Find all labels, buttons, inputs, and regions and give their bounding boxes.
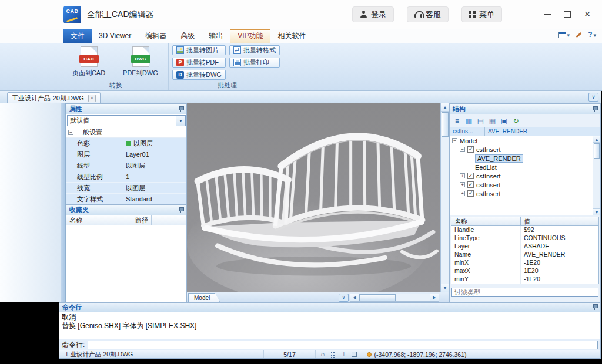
3d-canvas[interactable] — [187, 103, 440, 292]
command-input[interactable] — [88, 341, 598, 349]
checkbox-checked-icon[interactable] — [467, 146, 474, 153]
scrollbar-thumb[interactable] — [442, 112, 449, 137]
tree-item-model[interactable]: Model — [450, 136, 600, 145]
tree-item-eedlist[interactable]: EedList — [450, 163, 600, 171]
pdf-to-dwg-button[interactable]: DWG PDF到DWG — [119, 45, 162, 77]
details-view-icon[interactable]: ▤ — [476, 116, 486, 126]
property-row[interactable]: 色彩 以图层 — [66, 138, 186, 149]
tab-advanced[interactable]: 高级 — [173, 29, 202, 43]
property-category-row[interactable]: 一般设置 — [66, 127, 186, 138]
scrollbar-thumb[interactable] — [594, 143, 600, 159]
checkbox-checked-icon[interactable] — [467, 181, 474, 188]
help-button[interactable] — [588, 31, 596, 39]
model-layout-tab[interactable]: Model — [188, 293, 220, 302]
collapse-minus-icon[interactable] — [452, 138, 457, 143]
batch-print-button[interactable]: 批量打印 — [229, 58, 280, 68]
table-row[interactable]: maxX 1E20 — [452, 267, 598, 275]
statusbar-coordinates: (-3407.968; -1897.196; 2746.361) — [362, 350, 471, 358]
property-row[interactable]: 文字样式 Standard — [66, 194, 186, 205]
scrollbar-thumb[interactable] — [359, 294, 396, 301]
close-button[interactable] — [577, 5, 597, 23]
interface-style-button[interactable] — [558, 31, 570, 38]
save-icon[interactable]: ▣ — [499, 116, 509, 126]
tab-vip[interactable]: VIP功能 — [230, 29, 270, 43]
collapse-minus-icon[interactable] — [68, 130, 73, 135]
collapse-minus-icon[interactable] — [460, 147, 465, 152]
scroll-up-icon[interactable]: ▲ — [593, 136, 600, 143]
structure-panel-header: 结构 — [450, 104, 600, 114]
table-row[interactable]: LineType CONTINUOUS — [452, 234, 598, 242]
favorites-list[interactable] — [66, 225, 186, 302]
minimize-button[interactable] — [537, 5, 557, 23]
batch-convert-format-button[interactable]: 批量转格式 — [229, 45, 280, 55]
command-input-row: 命令行: — [59, 339, 600, 350]
batch-to-dwg-button[interactable]: 批量转DWG — [172, 70, 226, 80]
statusbar-mode-toggles: ∩ ⊥ — [316, 350, 362, 358]
filter-type-input[interactable] — [452, 288, 598, 297]
tree-item-cstinsert[interactable]: cstInsert — [450, 171, 600, 180]
support-button[interactable]: 客服 — [407, 6, 449, 22]
document-tab[interactable]: 工业设计产品-20期.DWG — [7, 92, 101, 103]
theme-button[interactable] — [576, 34, 582, 36]
tree-item-ave-render[interactable]: AVE_RENDER — [450, 154, 600, 163]
pin-icon[interactable] — [592, 304, 598, 310]
grid-view-icon[interactable]: ▦ — [487, 116, 497, 126]
scroll-right-icon[interactable]: ▶ — [430, 294, 439, 301]
tree-item-cstinsert[interactable]: cstInsert — [450, 189, 600, 198]
tree-item-cstinsert[interactable]: cstInsert — [450, 145, 600, 154]
collapse-panel-button[interactable] — [588, 93, 598, 102]
pin-icon[interactable] — [178, 106, 184, 112]
dyn-mode-icon[interactable] — [352, 352, 357, 357]
tab-editor[interactable]: 编辑器 — [138, 29, 173, 43]
dock-splitter[interactable] — [61, 103, 66, 302]
dropdown-arrow-icon[interactable] — [176, 116, 185, 126]
grid-dots-icon[interactable] — [330, 351, 336, 358]
table-row[interactable]: Name AVE_RENDER — [452, 251, 598, 259]
scroll-down-icon[interactable]: ▼ — [593, 208, 600, 215]
tree-item-cstinsert[interactable]: cstInsert — [450, 180, 600, 189]
table-row[interactable]: minY -1E20 — [452, 275, 598, 284]
scroll-up-icon[interactable]: ▲ — [441, 103, 449, 112]
tab-output[interactable]: 输出 — [202, 29, 230, 43]
tab-file[interactable]: 文件 — [63, 29, 92, 43]
ortho-icon[interactable]: ⊥ — [341, 351, 347, 358]
menu-button[interactable]: 菜单 — [461, 6, 502, 22]
checkbox-checked-icon[interactable] — [467, 173, 474, 179]
scroll-down-icon[interactable]: ▼ — [441, 284, 449, 292]
expand-plus-icon[interactable] — [460, 191, 465, 196]
tree-scrollbar[interactable]: ▲ ▼ — [593, 136, 600, 215]
color-swatch — [126, 141, 131, 146]
batch-to-pdf-button[interactable]: 批量转PDF — [172, 58, 226, 68]
batch-to-image-button[interactable]: 批量转图片 — [172, 45, 226, 55]
property-row[interactable]: 线宽 以图层 — [66, 183, 186, 194]
column-name[interactable]: 名称 — [66, 215, 132, 225]
maximize-button[interactable] — [557, 5, 577, 23]
table-row[interactable]: Handle $92 — [452, 226, 598, 234]
expand-plus-icon[interactable] — [460, 173, 465, 178]
page-to-cad-button[interactable]: CAD 页面到CAD — [67, 45, 111, 77]
tab-3d-viewer[interactable]: 3D Viewer — [92, 29, 138, 43]
pin-icon[interactable] — [178, 207, 184, 213]
osnap-icon[interactable]: ∩ — [320, 351, 325, 358]
property-row[interactable]: 图层 Layer01 — [66, 149, 186, 160]
list-view-icon[interactable]: ≡ — [452, 116, 462, 126]
tab-close-icon[interactable] — [88, 95, 96, 102]
property-row[interactable]: 线型比例 1 — [66, 171, 186, 183]
column-view-icon[interactable]: ▥ — [464, 116, 474, 126]
scroll-left-icon[interactable]: ◀ — [350, 294, 359, 301]
viewport-vertical-scrollbar[interactable]: ▲ ▼ — [440, 103, 449, 292]
login-button[interactable]: 登录 — [352, 6, 394, 22]
table-row[interactable]: Layer ASHADE — [452, 242, 598, 251]
expand-plus-icon[interactable] — [460, 182, 465, 187]
column-path[interactable]: 路径 — [132, 215, 152, 225]
tab-related-software[interactable]: 相关软件 — [270, 29, 313, 43]
table-row[interactable]: minX -1E20 — [452, 259, 598, 267]
preset-dropdown[interactable]: 默认值 — [67, 115, 186, 126]
pin-icon[interactable] — [592, 106, 598, 112]
property-row[interactable]: 线型 以图层 — [66, 160, 186, 171]
collapse-commandbar-button[interactable] — [339, 294, 349, 302]
refresh-icon[interactable]: ↻ — [511, 116, 521, 126]
chevron-down-icon — [567, 31, 570, 38]
checkbox-checked-icon[interactable] — [467, 190, 474, 197]
viewport-horizontal-scrollbar[interactable]: ◀ ▶ — [350, 294, 439, 302]
